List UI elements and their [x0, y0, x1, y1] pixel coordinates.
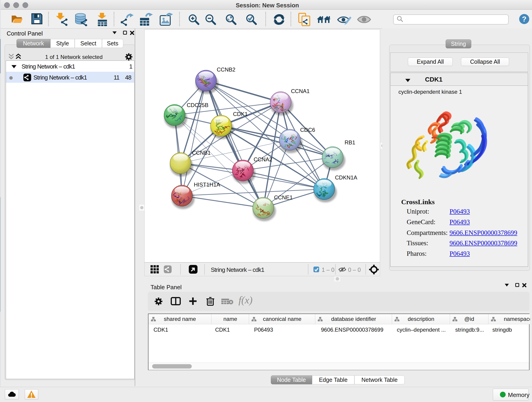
svg-text:CDC6: CDC6	[300, 127, 315, 133]
svg-text:RB1: RB1	[345, 139, 355, 146]
svg-text:CDK1: CDK1	[233, 111, 248, 117]
svg-text:CDC25B: CDC25B	[187, 102, 209, 108]
svg-text:HIST1H1A: HIST1H1A	[194, 182, 220, 188]
svg-text:CCNB2: CCNB2	[217, 66, 235, 73]
svg-text:CCNE1: CCNE1	[274, 194, 293, 201]
svg-text:CCNA1: CCNA1	[291, 88, 310, 94]
svg-text:?: ?	[522, 15, 526, 23]
svg-text:CCNB1: CCNB1	[192, 150, 210, 156]
svg-text:CDKN1A: CDKN1A	[335, 174, 357, 181]
svg-text:CCNA2: CCNA2	[254, 156, 272, 162]
